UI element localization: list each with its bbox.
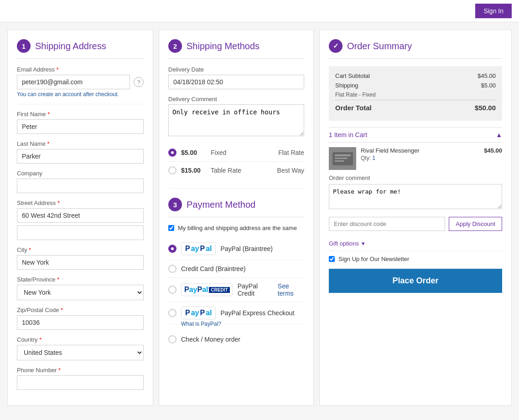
newsletter-row[interactable]: Sign Up for Our Newsletter (329, 256, 502, 262)
what-is-paypal-link[interactable]: What is PayPal? (181, 321, 304, 327)
zip-field[interactable] (17, 315, 144, 330)
payment-radio-credit-card[interactable] (168, 265, 176, 273)
items-in-cart-label: 1 Item in Cart (329, 131, 367, 138)
paypal-express-label: PayPal Express Checkout (220, 309, 294, 317)
email-group: Email Address * ? You can create an acco… (17, 66, 144, 97)
main-container: 1 Shipping Address Email Address * ? You… (0, 22, 519, 413)
street-address-group: Street Address * (17, 200, 144, 240)
cart-item-price: $45.00 (484, 147, 502, 154)
delivery-date-field[interactable] (168, 75, 304, 89)
shipping-type-flat: Fixed (211, 149, 274, 156)
shipping-name-flat: Flat Rate (278, 149, 304, 156)
phone-field[interactable] (17, 375, 144, 390)
payment-method-title: Payment Method (187, 200, 255, 210)
payment-radio-paypal-credit[interactable] (168, 286, 176, 294)
company-group: Company (17, 170, 144, 193)
discount-code-input[interactable] (329, 217, 445, 231)
city-label: City * (17, 246, 144, 253)
company-field[interactable] (17, 179, 144, 193)
delivery-date-label: Delivery Date (168, 66, 304, 73)
payment-option-paypal-credit[interactable]: PayPal CREDIT PayPal Credit See terms (168, 278, 304, 302)
order-total-label: Order Total (335, 104, 372, 112)
state-select[interactable]: New York California Texas (17, 285, 144, 300)
paypal-express-logo: PayPal (181, 307, 216, 319)
shipping-name-table: Best Way (277, 167, 304, 174)
shipping-radio-flat[interactable] (168, 149, 176, 157)
shipping-label: Shipping (335, 82, 358, 89)
order-comment-textarea[interactable]: Please wrap for me! (329, 184, 502, 209)
email-help-icon[interactable]: ? (134, 77, 144, 87)
credit-card-label: Credit Card (Braintree) (181, 265, 246, 272)
email-field[interactable] (17, 75, 130, 89)
shipping-price-table: $15.00 (181, 167, 206, 174)
city-field[interactable] (17, 255, 144, 270)
step-1-circle: 1 (17, 39, 31, 53)
country-group: Country * United States Canada United Ki… (17, 336, 144, 360)
street-address2-field[interactable] (17, 225, 144, 240)
shipping-type-table: Table Rate (211, 167, 273, 174)
phone-label: Phone Number * (17, 367, 144, 374)
paypal-credit-label: PayPal Credit (238, 282, 273, 297)
billing-same-checkbox[interactable] (168, 225, 174, 231)
step-3-circle: 3 (168, 198, 182, 211)
place-order-button[interactable]: Place Order (329, 269, 502, 293)
last-name-group: Last Name * (17, 140, 144, 164)
payment-radio-paypal-express[interactable] (168, 309, 176, 317)
cart-item-details: Rival Field Messenger Qty: 1 (361, 147, 479, 161)
billing-same-text: My billing and shipping address are the … (178, 225, 297, 231)
flat-rate-label: Flat Rate - Fixed (335, 92, 496, 98)
email-row: ? (17, 75, 144, 89)
newsletter-checkbox[interactable] (329, 256, 335, 262)
cart-item-image (329, 147, 356, 170)
order-summary-title: Order Summary (347, 41, 412, 51)
shipping-option-flat[interactable]: $5.00 Fixed Flat Rate (168, 144, 304, 162)
city-group: City * (17, 246, 144, 270)
payment-method-section: 3 Payment Method My billing and shipping… (168, 198, 304, 348)
divider-1 (17, 104, 144, 104)
cart-item-name: Rival Field Messenger (361, 147, 479, 154)
payment-option-check[interactable]: Check / Money order (168, 331, 304, 348)
first-name-field[interactable] (17, 119, 144, 134)
payment-radio-paypal[interactable] (168, 245, 176, 253)
order-summary-check-circle (329, 39, 343, 53)
country-select[interactable]: United States Canada United Kingdom (17, 345, 144, 360)
payment-option-credit-card[interactable]: Credit Card (Braintree) (168, 260, 304, 278)
shipping-methods-title: Shipping Methods (187, 41, 260, 51)
company-label: Company (17, 170, 144, 177)
shipping-radio-table[interactable] (168, 166, 176, 174)
gift-options-toggle[interactable]: Gift options ▾ (329, 236, 502, 251)
shipping-value: $5.00 (481, 82, 496, 89)
items-in-cart-toggle[interactable]: 1 Item in Cart ▲ (329, 127, 502, 143)
shipping-methods-header: 2 Shipping Methods (168, 39, 304, 59)
shipping-methods-section: 2 Shipping Methods Delivery Date Deliver… (168, 39, 304, 179)
cart-subtotal-label: Cart Subtotal (335, 72, 370, 79)
cart-subtotal-row: Cart Subtotal $45.00 (335, 72, 496, 79)
shipping-option-table[interactable]: $15.00 Table Rate Best Way (168, 162, 304, 179)
delivery-comment-group: Delivery Comment Only receive in office … (168, 96, 304, 138)
paypal-label: PayPal (Braintree) (220, 245, 272, 252)
order-total-value: $50.00 (475, 104, 496, 112)
first-name-group: First Name * (17, 111, 144, 134)
svg-rect-4 (335, 160, 344, 162)
payment-option-paypal[interactable]: PayPal PayPal (Braintree) (168, 238, 304, 260)
svg-rect-3 (335, 158, 348, 159)
shipping-price-flat: $5.00 (181, 149, 206, 156)
email-label: Email Address * (17, 66, 144, 73)
sign-in-button[interactable]: Sign In (475, 4, 512, 18)
cart-toggle-chevron: ▲ (496, 131, 502, 138)
shipping-address-title: Shipping Address (35, 41, 106, 51)
state-label: State/Province * (17, 276, 144, 283)
last-name-field[interactable] (17, 149, 144, 164)
paypal-credit-logo: PayPal CREDIT (181, 283, 233, 296)
street-address-field[interactable] (17, 208, 144, 223)
apply-discount-button[interactable]: Apply Discount (449, 217, 502, 231)
shipping-options-list: $5.00 Fixed Flat Rate $15.00 Table Rate … (168, 144, 304, 179)
shipping-row: Shipping $5.00 (335, 82, 496, 89)
see-terms-link[interactable]: See terms (278, 282, 304, 297)
delivery-comment-textarea[interactable]: Only receive in office hours (168, 104, 304, 136)
shipping-address-header: 1 Shipping Address (17, 39, 144, 59)
payment-radio-check[interactable] (168, 335, 176, 343)
newsletter-label: Sign Up for Our Newsletter (338, 256, 409, 262)
billing-same-label[interactable]: My billing and shipping address are the … (168, 225, 304, 231)
last-name-label: Last Name * (17, 140, 144, 147)
